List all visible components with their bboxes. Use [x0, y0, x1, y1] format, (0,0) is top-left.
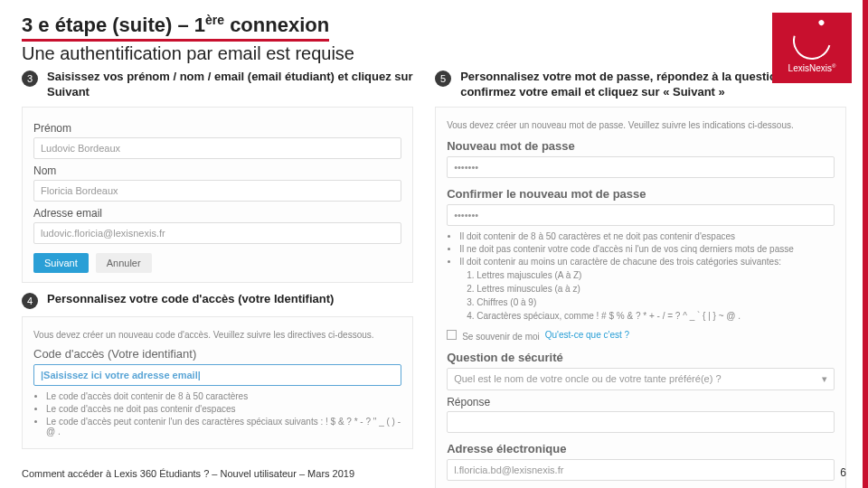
- step-badge: 3: [22, 70, 38, 87]
- page-title: 3 e étape (suite) – 1ère connexion: [22, 13, 329, 42]
- label-new-password: Nouveau mot de passe: [447, 139, 835, 153]
- security-question-value: Quel est le nom de votre oncle ou de vot…: [454, 373, 721, 384]
- label-email2: Adresse électronique: [447, 442, 835, 455]
- label-confirm-password: Confirmer le nouveau mot de passe: [447, 187, 835, 201]
- form4-rule: Le code d'accès ne doit pas contenir d'e…: [46, 404, 401, 414]
- form-step-4: Vous devez créer un nouveau code d'accès…: [22, 316, 413, 449]
- input-nom[interactable]: Floricia Bordeaux: [33, 180, 401, 202]
- form4-intro: Vous devez créer un nouveau code d'accès…: [33, 330, 401, 340]
- form4-rule: Le code d'accès doit contenir de 8 à 50 …: [46, 391, 401, 401]
- brand-logo: LexisNexis®: [772, 13, 852, 83]
- pwd-cat: 2. Lettres minuscules (a à z): [467, 284, 835, 294]
- remember-me-checkbox[interactable]: [447, 330, 457, 340]
- input-new-password[interactable]: •••••••: [447, 156, 835, 178]
- label-email: Adresse email: [33, 207, 401, 220]
- security-question-heading: Question de sécurité: [447, 351, 835, 364]
- logo-label: LexisNexis®: [788, 63, 836, 73]
- label-answer: Réponse: [447, 396, 835, 408]
- page-number: 6: [840, 466, 846, 479]
- page-subtitle: Une authentification par email est requi…: [22, 43, 846, 64]
- input-confirm-password[interactable]: •••••••: [447, 204, 835, 226]
- footer-text: Comment accéder à Lexis 360 Étudiants ? …: [22, 468, 354, 479]
- input-email2[interactable]: l.floricia.bd@lexisnexis.fr: [447, 459, 835, 481]
- pwd-cat: 1. Lettres majuscules (A à Z): [467, 270, 835, 280]
- step-4: 4 Personnalisez votre code d'accès (votr…: [22, 292, 413, 309]
- security-question-select[interactable]: Quel est le nom de votre oncle ou de vot…: [447, 368, 835, 390]
- input-identifiant[interactable]: |Saisissez ici votre adresse email|: [33, 364, 401, 386]
- next-button[interactable]: Suivant: [33, 253, 89, 273]
- label-prenom: Prénom: [33, 122, 401, 135]
- form5-intro: Vous devez créer un nouveau mot de passe…: [447, 120, 835, 130]
- form-step-5: Vous devez créer un nouveau mot de passe…: [435, 107, 846, 488]
- step-3-text: Saisissez vos prénom / nom / email (emai…: [47, 70, 413, 99]
- input-email[interactable]: ludovic.floricia@lexisnexis.fr: [33, 222, 401, 244]
- input-prenom[interactable]: Ludovic Bordeaux: [33, 137, 401, 159]
- remember-me-label: Se souvenir de moi: [462, 332, 540, 342]
- input-answer[interactable]: [447, 411, 835, 433]
- pwd-cat: 4. Caractères spéciaux, comme ! # $ % & …: [467, 311, 835, 321]
- cancel-button[interactable]: Annuler: [96, 253, 152, 273]
- form5-rule: Il doit contenir au moins un caractère d…: [459, 257, 835, 267]
- pwd-cat: 3. Chiffres (0 à 9): [467, 297, 835, 307]
- chevron-down-icon: ▾: [822, 373, 827, 385]
- form-step-3: Prénom Ludovic Bordeaux Nom Floricia Bor…: [22, 107, 413, 283]
- step-badge: 5: [435, 70, 451, 87]
- step-3: 3 Saisissez vos prénom / nom / email (em…: [22, 70, 413, 99]
- logo-swoosh-icon: [786, 15, 837, 67]
- accent-bar: [863, 0, 868, 488]
- step-badge: 4: [22, 293, 38, 309]
- whats-this-link[interactable]: Qu'est-ce que c'est ?: [545, 330, 629, 340]
- form4-rule: Le code d'accès peut contenir l'un des c…: [46, 417, 401, 436]
- form5-rule: Il doit contenir de 8 à 50 caractères et…: [459, 231, 835, 241]
- form4-heading: Code d'accès (Votre identifiant): [33, 347, 401, 361]
- form5-rule: Il ne doit pas contenir votre code d'acc…: [459, 244, 835, 254]
- label-nom: Nom: [33, 164, 401, 177]
- step-4-text: Personnalisez votre code d'accès (votre …: [47, 292, 334, 309]
